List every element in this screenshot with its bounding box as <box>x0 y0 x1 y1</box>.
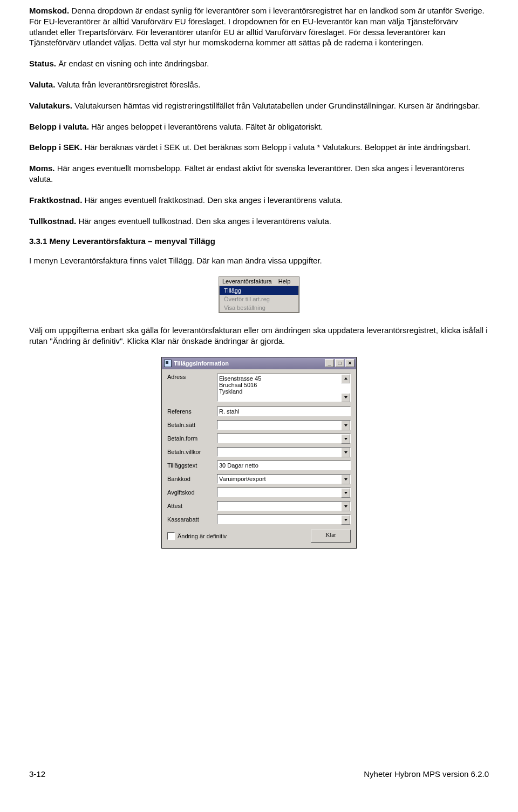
label-tillaggstext: Tilläggstext <box>167 462 217 469</box>
klar-button[interactable]: Klar <box>311 530 351 543</box>
close-button[interactable]: × <box>345 359 355 367</box>
text-valuta: Valuta från leverantörsregistret föreslå… <box>55 80 200 89</box>
para-moms: Moms. Här anges eventuellt momsbelopp. F… <box>29 163 489 185</box>
section-after-menu: Välj om uppgifterna enbart ska gälla för… <box>29 325 489 347</box>
para-valuta: Valuta. Valuta från leverantörsregistret… <box>29 79 489 90</box>
label-belopp-valuta: Belopp i valuta. <box>29 122 89 131</box>
avgiftskod-combo[interactable] <box>217 488 351 497</box>
scroll-up-button[interactable] <box>341 374 350 383</box>
combo-button[interactable] <box>341 434 350 444</box>
menu-title-right[interactable]: Help <box>275 277 294 286</box>
footer-page-number: 3-12 <box>29 769 45 779</box>
label-referens: Referens <box>167 408 217 415</box>
combo-button[interactable] <box>341 448 350 457</box>
para-valutakurs: Valutakurs. Valutakursen hämtas vid regi… <box>29 100 489 111</box>
definitiv-checkbox[interactable] <box>167 532 175 540</box>
menu-list: Tillägg Överför till art.reg Visa bestäl… <box>219 286 299 313</box>
bankkod-combo[interactable] <box>217 474 351 484</box>
combo-button[interactable] <box>341 475 350 484</box>
text-momskod: Denna dropdown är endast synlig för leve… <box>29 6 485 47</box>
label-fraktkostnad: Fraktkostnad. <box>29 195 82 205</box>
label-betalnvillkor: Betaln.villkor <box>167 449 217 455</box>
menu-bar: Leverantörsfaktura Help <box>219 277 299 286</box>
betalnsatt-combo[interactable] <box>217 420 351 430</box>
dialog-body: Adress Referens Betaln.sätt Betaln.form <box>162 369 356 548</box>
scroll-down-button[interactable] <box>341 393 350 402</box>
text-valutakurs: Valutakursen hämtas vid registreringstil… <box>72 101 480 110</box>
para-fraktkostnad: Fraktkostnad. Här anges eventuell fraktk… <box>29 195 489 206</box>
label-avgiftskod: Avgiftskod <box>167 489 217 496</box>
combo-button[interactable] <box>341 421 350 430</box>
text-fraktkostnad: Här anges eventuell fraktkostnad. Den sk… <box>82 195 343 205</box>
dialog-screenshot: Tilläggsinformation _ □ × Adress Referen… <box>161 357 357 549</box>
label-adress: Adress <box>167 374 217 380</box>
referens-input[interactable] <box>217 407 351 416</box>
label-bankkod: Bankkod <box>167 476 217 482</box>
combo-button[interactable] <box>341 488 350 498</box>
text-status: Är endast en visning och inte ändringsba… <box>56 59 209 68</box>
label-valutakurs: Valutakurs. <box>29 101 72 110</box>
para-belopp-valuta: Belopp i valuta. Här anges beloppet i le… <box>29 121 489 132</box>
section-heading: 3.3.1 Meny Leverantörsfaktura – menyval … <box>29 236 489 246</box>
definitiv-label: Ändring är definitiv <box>178 533 227 539</box>
label-valuta: Valuta. <box>29 80 55 89</box>
para-momskod: Momskod. Denna dropdown är endast synlig… <box>29 5 489 48</box>
label-momskod: Momskod. <box>29 6 69 15</box>
text-belopp-valuta: Här anges beloppet i leverantörens valut… <box>89 122 323 131</box>
window-icon <box>164 360 172 367</box>
maximize-button[interactable]: □ <box>335 359 344 367</box>
menu-item-overfor[interactable]: Överför till art.reg <box>220 295 298 303</box>
label-betalnsatt: Betaln.sätt <box>167 422 217 428</box>
address-textarea[interactable] <box>217 374 351 402</box>
page-footer: 3-12 Nyheter Hybron MPS version 6.2.0 <box>29 769 489 779</box>
menu-item-visa[interactable]: Visa beställning <box>220 303 298 312</box>
label-betalnform: Betaln.form <box>167 435 217 442</box>
combo-button[interactable] <box>341 515 350 525</box>
betalnform-combo[interactable] <box>217 434 351 443</box>
menu-item-tillagg[interactable]: Tillägg <box>220 286 298 295</box>
combo-button[interactable] <box>341 502 350 511</box>
tillaggstext-input[interactable] <box>217 461 351 470</box>
label-kassarabatt: Kassarabatt <box>167 516 217 523</box>
text-tullkostnad: Här anges eventuell tullkostnad. Den ska… <box>76 216 331 226</box>
para-belopp-sek: Belopp i SEK. Här beräknas värdet i SEK … <box>29 142 489 153</box>
document-page: Momskod. Denna dropdown är endast synlig… <box>0 0 518 788</box>
label-status: Status. <box>29 59 56 68</box>
section-intro: I menyn Leverantörsfaktura finns valet T… <box>29 255 489 266</box>
betalnvillkor-combo[interactable] <box>217 447 351 457</box>
label-moms: Moms. <box>29 164 55 173</box>
minimize-button[interactable]: _ <box>325 359 334 367</box>
dialog-titlebar[interactable]: Tilläggsinformation _ □ × <box>162 357 356 369</box>
para-status: Status. Är endast en visning och inte än… <box>29 58 489 69</box>
attest-combo[interactable] <box>217 501 351 511</box>
kassarabatt-combo[interactable] <box>217 515 351 524</box>
label-belopp-sek: Belopp i SEK. <box>29 143 82 152</box>
text-belopp-sek: Här beräknas värdet i SEK ut. Det beräkn… <box>82 143 471 152</box>
label-attest: Attest <box>167 503 217 509</box>
para-tullkostnad: Tullkostnad. Här anges eventuell tullkos… <box>29 216 489 227</box>
menu-title-left[interactable]: Leverantörsfaktura <box>219 277 275 286</box>
text-moms: Här anges eventuellt momsbelopp. Fältet … <box>29 164 464 184</box>
footer-right: Nyheter Hybron MPS version 6.2.0 <box>364 769 489 779</box>
label-tullkostnad: Tullkostnad. <box>29 216 76 226</box>
context-menu-screenshot: Leverantörsfaktura Help Tillägg Överför … <box>219 276 299 313</box>
dialog-title: Tilläggsinformation <box>174 360 229 367</box>
